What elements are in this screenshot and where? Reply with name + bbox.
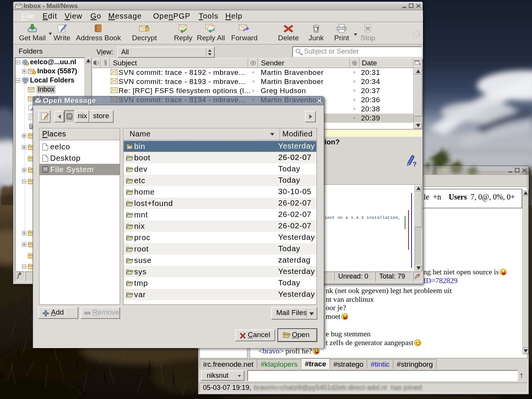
- svg-text:?: ?: [413, 161, 416, 167]
- svg-text:?: ?: [417, 273, 420, 279]
